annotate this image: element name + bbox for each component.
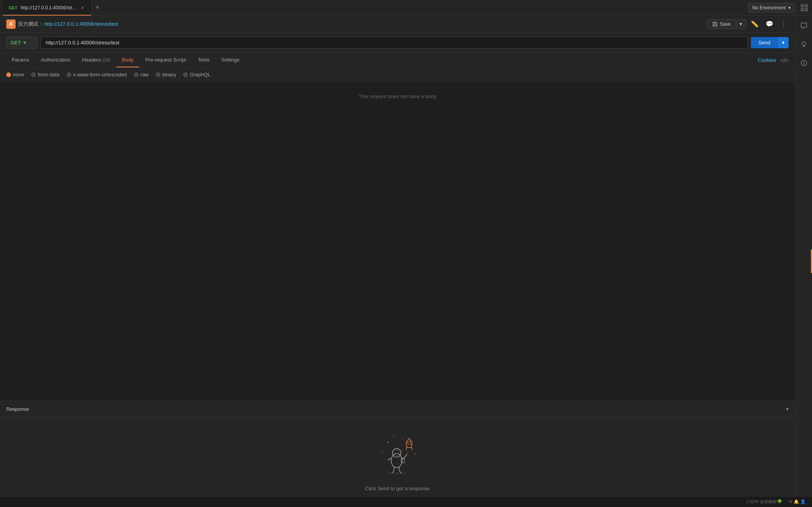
response-empty-message: Click Send to get a response bbox=[365, 486, 430, 491]
save-button[interactable]: Save bbox=[706, 19, 736, 29]
info-icon-button[interactable]: ⋮ bbox=[778, 18, 789, 30]
tab-headers[interactable]: Headers (10) bbox=[77, 53, 116, 67]
code-icon[interactable]: </> bbox=[781, 57, 789, 63]
edit-icon-button[interactable]: ✏️ bbox=[749, 18, 761, 30]
tab-bar: GET http://127.0.0.1:40006/str... × + No… bbox=[0, 0, 812, 16]
main-layout: 压 压力测试 / http://127.0.0.1:40006/stress/t… bbox=[0, 16, 795, 507]
request-body-area: This request does not have a body bbox=[0, 82, 795, 401]
save-button-group: Save ▾ bbox=[706, 19, 746, 29]
tab-body[interactable]: Body bbox=[117, 53, 139, 67]
tab-tests[interactable]: Tests bbox=[192, 53, 215, 67]
url-bar: GET ▾ Send ▾ bbox=[0, 33, 795, 53]
tab-settings[interactable]: Settings bbox=[216, 53, 245, 67]
status-bar: CSDN @栀楠树🌳 ⚙ 🔔 👤 bbox=[0, 496, 812, 507]
radio-graphql-dot bbox=[183, 72, 188, 77]
request-tabs: Params Authorization Headers (10) Body P… bbox=[0, 53, 795, 68]
svg-point-10 bbox=[403, 438, 404, 439]
svg-rect-3 bbox=[805, 9, 807, 11]
tab-method-badge: GET bbox=[9, 5, 18, 10]
send-button[interactable]: Send bbox=[751, 37, 778, 48]
body-content: This request does not have a body bbox=[0, 82, 795, 99]
new-tab-button[interactable]: + bbox=[92, 4, 104, 12]
radio-binary-dot bbox=[156, 72, 161, 77]
response-header[interactable]: Response ▾ bbox=[0, 401, 795, 417]
collection-icon: 压 bbox=[6, 19, 16, 29]
radio-none-dot bbox=[6, 72, 11, 77]
svg-point-15 bbox=[394, 450, 399, 456]
svg-point-17 bbox=[802, 42, 806, 46]
svg-rect-4 bbox=[714, 25, 716, 26]
breadcrumb-current: http://127.0.0.1:40006/stress/test bbox=[44, 21, 118, 27]
svg-point-9 bbox=[414, 453, 416, 455]
breadcrumb: 压 压力测试 / http://127.0.0.1:40006/stress/t… bbox=[6, 19, 706, 29]
svg-rect-1 bbox=[805, 5, 807, 7]
header-actions: Save ▾ ✏️ 💬 ⋮ bbox=[706, 18, 789, 30]
save-label: Save bbox=[720, 21, 731, 27]
active-tab[interactable]: GET http://127.0.0.1:40006/str... × bbox=[3, 0, 92, 16]
svg-rect-0 bbox=[801, 5, 803, 7]
tab-close-button[interactable]: × bbox=[79, 4, 85, 12]
breadcrumb-separator: / bbox=[41, 21, 42, 27]
chat-icon[interactable] bbox=[798, 19, 810, 32]
tab-bar-right: No Environment ▾ bbox=[748, 3, 809, 12]
svg-rect-5 bbox=[714, 22, 716, 23]
tab-pre-request[interactable]: Pre-request Script bbox=[140, 53, 192, 67]
right-sidebar bbox=[795, 16, 812, 507]
environment-selector[interactable]: No Environment ▾ bbox=[748, 3, 795, 12]
body-option-form-data[interactable]: form-data bbox=[31, 72, 60, 77]
no-body-message: This request does not have a body bbox=[358, 93, 436, 99]
svg-point-14 bbox=[392, 449, 401, 457]
method-chevron-icon: ▾ bbox=[23, 40, 26, 46]
svg-rect-2 bbox=[801, 9, 803, 11]
method-label: GET bbox=[11, 40, 21, 46]
body-option-graphql[interactable]: GraphQL bbox=[183, 72, 210, 77]
collapse-icon: ▾ bbox=[786, 406, 789, 412]
tab-params[interactable]: Params bbox=[6, 53, 35, 67]
info-icon[interactable] bbox=[798, 57, 810, 69]
status-icons: ⚙ 🔔 👤 bbox=[789, 499, 806, 504]
save-dropdown-arrow[interactable]: ▾ bbox=[736, 19, 746, 29]
tab-title: http://127.0.0.1:40006/str... bbox=[21, 5, 76, 11]
chevron-down-icon: ▾ bbox=[788, 5, 791, 11]
body-option-raw[interactable]: raw bbox=[134, 72, 149, 77]
svg-point-6 bbox=[387, 442, 388, 443]
body-option-urlencoded[interactable]: x-www-form-urlencoded bbox=[67, 72, 127, 77]
env-label: No Environment bbox=[752, 5, 786, 11]
body-option-none[interactable]: none bbox=[6, 72, 24, 77]
radio-urlencoded-dot bbox=[67, 72, 71, 77]
svg-point-7 bbox=[381, 452, 383, 453]
url-input[interactable] bbox=[41, 37, 748, 49]
response-section: Response ▾ bbox=[0, 401, 795, 507]
send-button-group: Send ▾ bbox=[751, 37, 789, 48]
astronaut-illustration bbox=[374, 433, 421, 479]
cookies-link[interactable]: Cookies bbox=[758, 57, 776, 63]
breadcrumb-parent[interactable]: 压力测试 bbox=[18, 21, 38, 28]
send-dropdown-arrow[interactable]: ▾ bbox=[778, 37, 789, 48]
comment-icon-button[interactable]: 💬 bbox=[764, 18, 775, 30]
response-title: Response bbox=[6, 406, 786, 412]
body-option-binary[interactable]: binary bbox=[156, 72, 176, 77]
grid-icon[interactable] bbox=[800, 3, 809, 12]
svg-point-12 bbox=[408, 441, 411, 444]
bulb-icon[interactable] bbox=[798, 38, 810, 51]
svg-point-8 bbox=[411, 444, 412, 445]
body-options: none form-data x-www-form-urlencoded raw… bbox=[0, 68, 795, 82]
tab-authorization[interactable]: Authorization bbox=[35, 53, 76, 67]
svg-point-11 bbox=[393, 436, 394, 437]
response-empty-state: Click Send to get a response bbox=[0, 417, 795, 507]
radio-raw-dot bbox=[134, 72, 139, 77]
header-bar: 压 压力测试 / http://127.0.0.1:40006/stress/t… bbox=[0, 16, 795, 33]
radio-form-data-dot bbox=[31, 72, 36, 77]
method-selector[interactable]: GET ▾ bbox=[6, 37, 37, 49]
status-bar-text: CSDN @栀楠树🌳 bbox=[746, 499, 782, 505]
